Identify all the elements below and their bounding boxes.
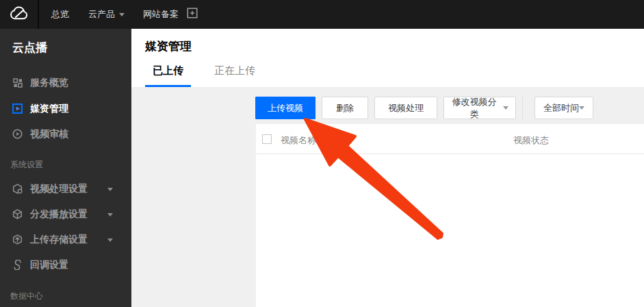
sidebar-label-media-management: 媒资管理 xyxy=(30,103,68,115)
time-filter-select[interactable]: 全部时间 xyxy=(534,97,593,119)
sidebar-item-upload-storage-settings[interactable]: 上传存储设置 xyxy=(0,227,131,252)
sidebar-item-callback-settings[interactable]: 回调设置 xyxy=(0,252,131,278)
play-circle-icon xyxy=(12,129,23,139)
sidebar-label-service-overview: 服务概览 xyxy=(30,77,68,89)
sidebar-label-video-process-settings: 视频处理设置 xyxy=(30,183,88,195)
sidebar-label-video-review: 视频审核 xyxy=(30,128,68,140)
modify-category-label: 修改视频分类 xyxy=(451,96,498,121)
chevron-down-icon xyxy=(107,238,113,242)
cloud-logo-icon xyxy=(8,5,31,25)
sidebar-item-video-process-settings[interactable]: 视频处理设置 xyxy=(0,176,131,201)
sidebar-product-title: 云点播 xyxy=(12,40,47,56)
select-all-checkbox[interactable] xyxy=(262,134,272,144)
top-navbar: 总览 云产品 网站备案 xyxy=(0,0,644,29)
sidebar-label-callback-settings: 回调设置 xyxy=(30,259,68,271)
nav-overview-label: 总览 xyxy=(51,8,69,21)
callback-loop-icon xyxy=(12,260,23,270)
table-header-row: 视频名称/ID 视频状态 xyxy=(256,124,644,154)
column-header-video-status: 视频状态 xyxy=(513,134,549,147)
video-table-panel: 视频名称/ID 视频状态 xyxy=(256,124,644,307)
tencent-cloud-logo[interactable] xyxy=(0,0,39,29)
delete-button[interactable]: 删除 xyxy=(322,97,368,119)
toolbar: 上传视频 删除 视频处理 修改视频分类 全部时间 xyxy=(255,97,593,119)
plus-square-icon xyxy=(187,8,198,21)
sidebar-label-upload-storage-settings: 上传存储设置 xyxy=(30,234,88,246)
chevron-down-icon xyxy=(107,188,113,191)
upload-hexagon-icon xyxy=(12,234,23,245)
chevron-down-icon xyxy=(107,213,113,217)
time-filter-value: 全部时间 xyxy=(543,102,579,114)
sidebar-label-distribution-settings: 分发播放设置 xyxy=(30,208,88,221)
tab-uploaded[interactable]: 已上传 xyxy=(145,64,191,87)
sidebar: 云点播 服务概览 媒资管理 视频审核 系 xyxy=(0,29,131,307)
cube-gear-icon xyxy=(12,184,23,194)
chevron-down-icon xyxy=(579,106,584,110)
nav-item-icp-filing[interactable]: 网站备案 xyxy=(143,8,179,21)
column-header-video-name: 视频名称/ID xyxy=(281,134,328,147)
add-shortcut-button[interactable] xyxy=(187,8,198,21)
sidebar-item-video-review[interactable]: 视频审核 xyxy=(0,121,131,147)
upload-video-button[interactable]: 上传视频 xyxy=(255,97,315,119)
chevron-down-icon xyxy=(503,106,508,110)
sidebar-section-system-settings: 系统设置 xyxy=(10,156,43,173)
nav-item-cloud-products[interactable]: 云产品 xyxy=(88,8,125,21)
toolbar-divider xyxy=(522,97,523,119)
page-header: 媒资管理 已上传 正在上传 xyxy=(131,29,644,87)
cube-3d-icon xyxy=(12,209,23,219)
nav-icp-label: 网站备案 xyxy=(143,8,179,21)
nav-products-label: 云产品 xyxy=(88,8,115,21)
play-square-icon xyxy=(12,103,23,114)
sidebar-item-media-management[interactable]: 媒资管理 xyxy=(0,96,131,121)
page-title: 媒资管理 xyxy=(145,38,192,54)
sidebar-item-service-overview[interactable]: 服务概览 xyxy=(0,70,131,95)
video-process-button[interactable]: 视频处理 xyxy=(374,97,437,119)
sidebar-section-data-center: 数据中心 xyxy=(10,287,43,305)
dashboard-grid-icon xyxy=(12,77,23,88)
tab-bar: 已上传 正在上传 xyxy=(145,64,263,87)
modify-category-dropdown-button[interactable]: 修改视频分类 xyxy=(443,97,516,119)
sidebar-item-distribution-settings[interactable]: 分发播放设置 xyxy=(0,201,131,227)
nav-item-overview[interactable]: 总览 xyxy=(51,8,69,21)
chevron-down-icon xyxy=(119,13,125,16)
tab-uploading[interactable]: 正在上传 xyxy=(207,64,263,87)
